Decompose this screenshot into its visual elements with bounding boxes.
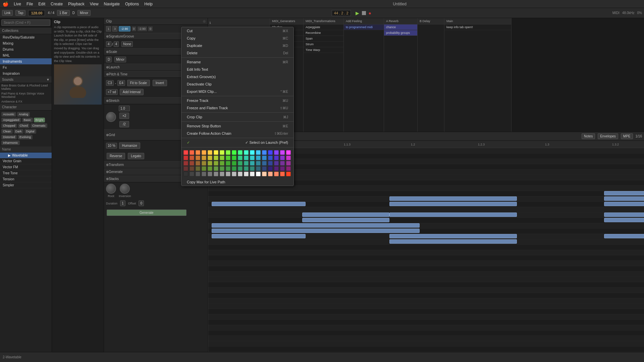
tag-inharmonic[interactable]: Inharmonic [1,140,20,145]
menu-help[interactable]: Help [144,2,153,6]
color-swatch-20[interactable] [196,156,200,160]
record-button[interactable]: ● [369,10,371,16]
color-swatch-11[interactable] [250,150,255,155]
ctx-deactivate[interactable]: Deactivate Clip [181,80,293,88]
tag-cinematic[interactable]: Cinematic [31,123,47,128]
color-swatch-25[interactable] [226,156,230,160]
percent-value[interactable]: 10 % [106,143,117,148]
midi-note-4[interactable] [212,229,420,233]
sidebar-item-m4l[interactable]: M4L [0,52,52,58]
stop-button[interactable] [362,11,366,15]
color-swatch-49[interactable] [262,161,267,166]
color-swatch-47[interactable] [250,161,255,166]
midi-note-2[interactable] [302,218,389,222]
menu-file[interactable]: File [26,2,33,6]
color-swatch-24[interactable] [220,156,224,160]
tag-distorted[interactable]: Distorted [1,135,17,139]
probability-groups-slot[interactable]: probability groups [384,30,417,36]
color-swatch-35[interactable] [286,156,291,160]
menu-live[interactable]: Live [14,2,21,6]
color-swatch-42[interactable] [220,161,224,166]
menu-view[interactable]: View [90,2,99,6]
color-swatch-73[interactable] [190,172,194,176]
stretch-val[interactable]: 1.0 [119,106,130,111]
color-swatch-3[interactable] [202,150,206,155]
sidebar-item-mixing[interactable]: Mixing [0,40,52,46]
color-swatch-9[interactable] [238,150,243,155]
stretch-knob[interactable] [106,112,116,122]
ctx-copy-max-path[interactable]: Copy Max for Live Path [181,178,293,186]
midi-note-9[interactable] [389,196,517,201]
color-swatch-26[interactable] [232,156,236,160]
reverse-btn[interactable]: Reverse [107,153,125,159]
color-swatch-55[interactable] [190,166,194,171]
browser-item-simpler[interactable]: Simpler [0,182,52,188]
midi-note-3[interactable] [212,223,420,228]
quantize-button[interactable]: 1 Bar [57,10,70,16]
color-swatch-80[interactable] [232,172,236,176]
color-swatch-72[interactable] [183,172,188,176]
sidebar-item-drums[interactable]: Drums [0,46,52,52]
time-num[interactable]: 4 [106,41,111,47]
root-knob[interactable] [106,184,116,194]
midi-note-8[interactable] [389,202,517,206]
keep-info-slot[interactable]: keep info tab open!! [444,24,511,30]
color-swatch-77[interactable] [214,172,218,176]
recombine-slot[interactable]: Recombine [304,30,343,36]
ctx-freeze-flatten[interactable]: Freeze and Flatten Track ⇧⌘U [181,104,293,112]
color-swatch-82[interactable] [244,172,249,176]
color-swatch-37[interactable] [190,161,194,166]
chance-slot[interactable]: chance [384,24,417,30]
color-swatch-38[interactable] [196,161,200,166]
legato-btn[interactable]: Legato [128,153,144,159]
midi-note-1[interactable] [302,213,389,217]
color-swatch-2[interactable] [196,150,200,155]
midi-note-11[interactable] [604,218,644,222]
color-swatch-12[interactable] [256,150,261,155]
color-swatch-89[interactable] [286,172,291,176]
midi-note-7[interactable] [389,239,517,244]
scale-name-select[interactable]: Minor [114,57,126,62]
sidebar-item-fx[interactable]: Fx [0,64,52,70]
fit-to-scale-btn[interactable]: Fit to Scale [127,80,150,86]
color-swatch-14[interactable] [268,150,273,155]
color-swatch-19[interactable] [190,156,194,160]
ctx-duplicate[interactable]: Duplicate ⌘D [181,42,293,49]
color-swatch-34[interactable] [280,156,285,160]
color-swatch-28[interactable] [244,156,249,160]
color-swatch-62[interactable] [232,166,236,171]
link-button[interactable]: Link [2,10,13,16]
ctx-cut[interactable]: Cut ⌘X [181,27,293,35]
browser-item-wavetable[interactable]: ▶Wavetable [0,153,52,158]
offset-val[interactable]: 0 [139,200,144,206]
color-swatch-75[interactable] [202,172,206,176]
tag-basic[interactable]: Basic [22,118,33,122]
tag-chopped[interactable]: Chopped [1,123,17,128]
midi-note-10[interactable] [389,213,517,217]
invert-btn[interactable]: Invert [153,80,167,86]
color-swatch-53[interactable] [286,161,291,166]
color-swatch-8[interactable] [232,150,236,155]
ctx-delete[interactable]: Delete Del [181,49,293,57]
tag-arpeggiated[interactable]: Arpeggiated [1,118,21,122]
color-swatch-29[interactable] [250,156,255,160]
ctx-remove-stop[interactable]: Remove Stop Button ⌘E [181,122,293,130]
color-swatch-58[interactable] [208,166,212,171]
color-swatch-64[interactable] [244,166,249,171]
transpose-high[interactable]: E4 [117,80,125,86]
tag-clean[interactable]: Clean [1,129,13,134]
color-swatch-36[interactable] [183,161,188,166]
menu-options[interactable]: Options [125,2,139,6]
browser-item-vector-grain[interactable]: Vector Grain [0,158,52,164]
color-swatch-65[interactable] [250,166,255,171]
color-swatch-60[interactable] [220,166,224,171]
notes-tab[interactable]: Notes [582,133,595,139]
color-swatch-70[interactable] [280,166,285,171]
meter-display[interactable]: 4 / 4 [48,11,54,15]
color-swatch-50[interactable] [268,161,273,166]
scale-button[interactable]: Minor [77,10,91,16]
clip-color-dot[interactable] [203,20,206,23]
color-swatch-1[interactable] [190,150,194,155]
transpose-low[interactable]: C3 [106,80,114,86]
color-swatch-74[interactable] [196,172,200,176]
